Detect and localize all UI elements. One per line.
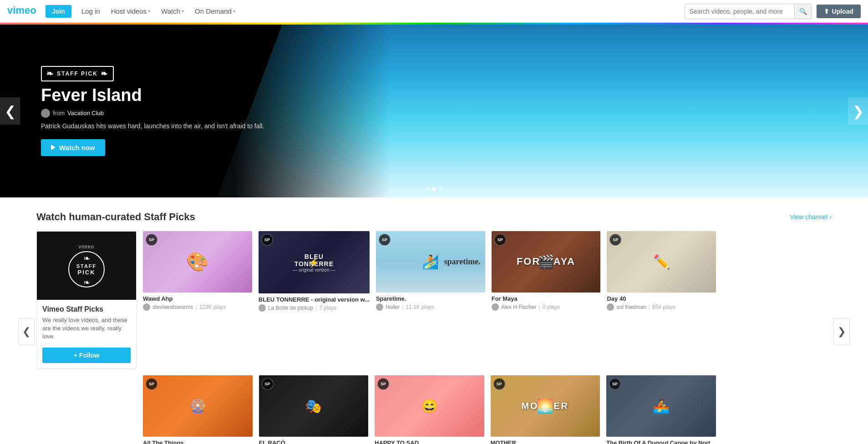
watch-now-button[interactable]: Watch now [41, 139, 105, 156]
hero-next-button[interactable]: ❯ [848, 97, 868, 125]
channel-logo: vimeo ❧ STAFF PICK ❧ [37, 232, 136, 300]
svg-text:vimeo: vimeo [7, 5, 36, 15]
video-thumb-maya: SP FOR MAYA [492, 231, 601, 293]
video-info: Sparetime. Holler | 11.1K plays [376, 293, 485, 311]
video-info: MOTHER Morgan Jouquand | 38.9K plays [491, 437, 600, 444]
nav-login[interactable]: Log in [76, 7, 106, 15]
video-title: For Maya [492, 295, 601, 302]
video-title: MOTHER [491, 439, 600, 444]
ondemand-caret: ▾ [233, 9, 235, 14]
video-thumb-spare: SP sparetime. [376, 231, 485, 293]
channel-desc: We really love videos, and these are the… [42, 316, 131, 341]
video-info: All The Things Chris Guyot | 20K plays [143, 437, 253, 444]
video-title: HAPPY TO SAD [375, 439, 484, 444]
author-name[interactable]: stevieeatsworms [152, 304, 193, 310]
sp-badge: SP [379, 234, 391, 246]
video-card-bleu[interactable]: SP BLEU TONNERRE — original version — BL… [259, 231, 370, 312]
nav-ondemand[interactable]: On Demand ▾ [189, 7, 241, 15]
picks-slider: ❮ ❯ vimeo ❧ STAFF PICK [36, 231, 832, 444]
vimeo-label: vimeo [68, 244, 105, 249]
search-input[interactable] [685, 8, 794, 15]
video-meta: stevieeatsworms | 123K plays [143, 303, 252, 311]
nav-watch[interactable]: Watch ▾ [156, 7, 189, 15]
sp-circle: ❧ STAFF PICK ❧ [68, 251, 105, 288]
follow-button[interactable]: + Follow [42, 348, 131, 363]
author-name[interactable]: La Boîte de pickup [268, 305, 313, 311]
vimeo-logo[interactable]: vimeo [7, 5, 40, 17]
video-title: Day 40 [607, 295, 716, 302]
sp-badge: SP [609, 234, 621, 246]
channel-card: vimeo ❧ STAFF PICK ❧ [36, 231, 137, 369]
video-card-spare[interactable]: SP sparetime. Sparetime. Holler | 11.1K … [376, 231, 485, 311]
video-thumb-birth: SP [606, 375, 716, 437]
picks-grid-row2: SP All The Things Chris Guyot | 20K play… [36, 375, 832, 444]
section-header: Watch human-curated Staff Picks View cha… [36, 211, 832, 223]
sp-badge: SP [609, 378, 621, 390]
video-thumb-wawd: SP [143, 231, 252, 293]
rainbow-bar [0, 23, 868, 25]
video-thumb-allthings: SP [143, 375, 253, 437]
hero-content: ❧ STAFF PICK ❧ Fever Island from Vacatio… [41, 66, 264, 156]
video-thumb-elraco: SP [259, 375, 369, 437]
picks-next-button[interactable]: ❯ [833, 318, 850, 345]
video-meta: sol friedman | 854 plays [607, 303, 716, 311]
mother-title: MOTHER [491, 375, 600, 437]
hero-dot-2[interactable] [432, 187, 436, 191]
author-name[interactable]: Holler [386, 304, 400, 310]
staff-pick-badge: ❧ STAFF PICK ❧ [41, 66, 114, 81]
play-count: 11.1K plays [406, 304, 434, 310]
section-title: Watch human-curated Staff Picks [36, 211, 195, 223]
video-meta: Holler | 11.1K plays [376, 303, 485, 311]
hero-title: Fever Island [41, 86, 264, 105]
video-title: BLEU TONNERRE - original version w... [259, 296, 370, 303]
author-avatar [259, 304, 266, 312]
video-card-elraco[interactable]: SP EL RACÓ Marc Puig | 6649 plays [259, 375, 369, 444]
maya-title: FOR MAYA [517, 256, 575, 267]
laurel-bottom-icon: ❧ [83, 278, 90, 288]
author-name[interactable]: sol friedman [616, 304, 646, 310]
channel-name: Vimeo Staff Picks [42, 305, 131, 313]
hero-dots [426, 187, 442, 191]
nav-host[interactable]: Host videos ▾ [106, 7, 156, 15]
video-card-allthings[interactable]: SP All The Things Chris Guyot | 20K play… [143, 375, 253, 444]
video-thumb-mother: SP MOTHER [491, 375, 600, 437]
video-card-mother[interactable]: SP MOTHER MOTHER Morgan Jouquand | 38.9K… [491, 375, 600, 444]
picks-prev-button[interactable]: ❮ [18, 318, 35, 345]
video-card-maya[interactable]: SP FOR MAYA For Maya Alex H Fischer | 0 … [492, 231, 601, 311]
sp-badge: SP [262, 378, 274, 390]
video-title: The Birth Of A Dugout Canoe by Nort... [606, 439, 716, 444]
video-thumb-bleu: SP BLEU TONNERRE — original version — [259, 231, 370, 293]
video-card-wawd[interactable]: SP Wawd Ahp stevieeatsworms | 123K plays [143, 231, 252, 311]
join-button[interactable]: Join [46, 5, 71, 18]
author-avatar [143, 303, 150, 311]
picks-grid-row1: vimeo ❧ STAFF PICK ❧ [36, 231, 832, 369]
author-avatar [492, 303, 499, 311]
hero-dot-1[interactable] [426, 187, 430, 191]
author-name[interactable]: Alex H Fischer [501, 304, 537, 310]
top-nav: vimeo Join Log in Host videos ▾ Watch ▾ … [0, 0, 868, 23]
video-info: HAPPY TO SAD Amanda Eliasson [375, 437, 484, 444]
hero-prev-button[interactable]: ❮ [0, 97, 20, 125]
author-avatar [376, 303, 383, 311]
chevron-right-icon: › [829, 213, 832, 221]
video-card-day40[interactable]: SP Day 40 sol friedman | 854 plays [607, 231, 716, 311]
sp-badge: SP [377, 378, 389, 390]
laurel-icon: ❧ [83, 253, 90, 263]
video-card-birth[interactable]: SP The Birth Of A Dugout Canoe by Nort..… [606, 375, 716, 444]
video-thumb-day40: SP [607, 231, 716, 293]
sp-badge: SP [146, 234, 157, 246]
video-card-happy[interactable]: SP HAPPY TO SAD Amanda Eliasson [375, 375, 484, 444]
video-info: For Maya Alex H Fischer | 0 plays [492, 293, 601, 311]
channel-card-body: Vimeo Staff Picks We really love videos,… [37, 300, 136, 368]
hero-section: ❮ ❯ ❧ STAFF PICK ❧ Fever Island from Vac… [0, 25, 868, 197]
video-title: Wawd Ahp [143, 295, 252, 302]
channel-avatar [41, 109, 50, 118]
search-bar: 🔍 [685, 4, 812, 19]
video-info: The Birth Of A Dugout Canoe by Nort... N… [606, 437, 716, 444]
upload-button[interactable]: ⬆ Upload [817, 5, 861, 18]
hero-dot-3[interactable] [439, 187, 442, 191]
play-count: 7 plays [319, 305, 336, 311]
video-info: Wawd Ahp stevieeatsworms | 123K plays [143, 293, 252, 311]
view-channel-link[interactable]: View channel › [790, 213, 832, 221]
search-button[interactable]: 🔍 [794, 4, 812, 19]
